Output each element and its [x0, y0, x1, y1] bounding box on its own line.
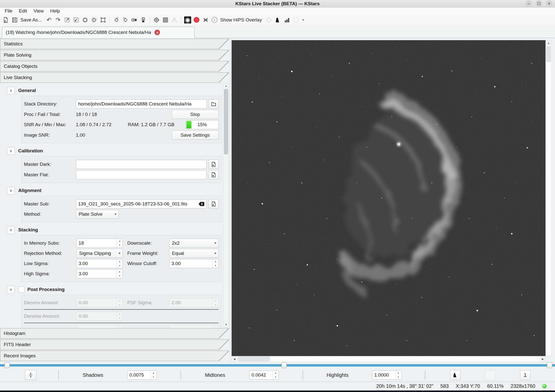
blank-toggle-button[interactable]	[485, 370, 495, 380]
show-hips-overlay-button[interactable]: Show HiPS Overlay	[219, 17, 265, 23]
master-sub-input[interactable]: 139_O21_300_secs_2025-06-18T23-53-06_001…	[76, 199, 207, 208]
zoom-fit-page-button[interactable]	[81, 16, 89, 24]
shadows-spinbox[interactable]: 0.0075 ▲▼	[127, 371, 157, 380]
section-recent-images[interactable]: Recent Images	[0, 351, 230, 361]
spin-up-icon[interactable]: ▲	[117, 270, 123, 274]
fits-image-viewport[interactable]	[232, 40, 546, 356]
open-file-button[interactable]	[1, 16, 10, 24]
selection-stats-button[interactable]	[292, 16, 300, 24]
menu-view[interactable]: View	[30, 7, 47, 14]
flip-horizontal-button[interactable]	[130, 16, 139, 24]
spin-down-icon[interactable]: ▼	[396, 375, 401, 379]
menu-edit[interactable]: Edit	[16, 7, 30, 14]
pan-mode-button[interactable]	[25, 370, 36, 380]
spin-down-icon[interactable]: ▼	[117, 264, 123, 268]
record-button[interactable]	[192, 16, 201, 24]
section-catalog-objects[interactable]: Catalog Objects	[0, 61, 230, 72]
histogram-toolbar-button[interactable]	[274, 16, 282, 24]
scroll-up-icon[interactable]: ▲	[546, 40, 551, 45]
collapse-calibration-button[interactable]: ∨	[7, 147, 15, 155]
master-sub-file-button[interactable]	[209, 199, 219, 208]
clear-text-icon[interactable]	[198, 201, 204, 206]
image-vscroll-thumb[interactable]	[546, 46, 551, 62]
save-button[interactable]	[10, 16, 19, 24]
hips-target-button[interactable]	[265, 16, 273, 24]
in-memory-subs-spinbox[interactable]: 18 ▲▼	[76, 239, 123, 248]
low-sigma-spinbox[interactable]: 3.00 ▲▼	[76, 259, 123, 268]
redo-button[interactable]: ↷	[54, 16, 62, 24]
high-sigma-spinbox[interactable]: 3.00 ▲▼	[76, 269, 123, 278]
scroll-right-icon[interactable]: ▶	[540, 356, 545, 362]
spin-up-icon[interactable]: ▲	[273, 371, 278, 375]
histogram-stretch-button[interactable]	[450, 370, 460, 380]
image-vertical-scrollbar[interactable]: ▲	[546, 40, 552, 356]
minimize-button[interactable]: –	[525, 0, 532, 7]
menu-help[interactable]: Help	[47, 7, 63, 14]
section-histogram[interactable]: Histogram	[0, 328, 230, 339]
collapse-alignment-button[interactable]: ∨	[7, 187, 15, 195]
section-statistics[interactable]: Statistics	[0, 39, 230, 49]
flip-vertical-button[interactable]	[139, 16, 147, 24]
zoom-fit-width-button[interactable]	[90, 16, 98, 24]
scroll-left-icon[interactable]: ◀	[232, 356, 237, 362]
auto-stretch-button[interactable]	[183, 16, 192, 24]
image-horizontal-scrollbar[interactable]: ◀ ▶	[232, 356, 546, 362]
stack-directory-input[interactable]: home/john/Downloads/NGC6888 Crescent Neb…	[76, 99, 207, 108]
grid-button[interactable]	[161, 16, 170, 24]
gaussian-curve-button[interactable]	[170, 16, 179, 24]
frame-weight-combo[interactable]: Equal ▼	[169, 249, 219, 258]
browse-directory-button[interactable]	[209, 99, 219, 108]
mark-stars-button[interactable]	[152, 16, 161, 24]
spin-up-icon[interactable]: ▲	[396, 371, 401, 375]
frames-count-button[interactable]: 1	[520, 370, 531, 380]
info-button[interactable]: i	[210, 16, 219, 24]
menu-file[interactable]: File	[1, 7, 16, 14]
rejection-method-combo[interactable]: Sigma Clipping ▼	[76, 249, 123, 258]
panel-scrollbar[interactable]: ▲ ▼	[223, 83, 229, 327]
master-dark-input[interactable]	[76, 160, 207, 169]
winsor-cutoff-spinbox[interactable]: 3.00 ▲▼	[169, 259, 219, 268]
panel-scrollbar-thumb[interactable]	[224, 89, 228, 154]
tab-close-button[interactable]: ×	[154, 30, 160, 35]
collapse-stacking-button[interactable]: ∨	[7, 226, 15, 234]
save-as-button[interactable]: Save As...	[19, 17, 44, 23]
method-combo[interactable]: Plate Solve ▼	[76, 210, 119, 219]
shadows-slider-handle[interactable]	[4, 362, 10, 368]
collapse-post-processing-button[interactable]: ∨	[7, 286, 15, 294]
section-live-stacking[interactable]: Live Stacking	[0, 72, 230, 83]
stretch-slider-track[interactable]	[0, 364, 555, 367]
save-settings-button[interactable]: Save Settings	[172, 130, 219, 140]
rotate-right-button[interactable]	[112, 16, 121, 24]
star-mask-button[interactable]	[201, 16, 210, 24]
spin-up-icon[interactable]: ▲	[117, 239, 123, 243]
rotate-left-button[interactable]	[121, 16, 130, 24]
midtones-slider-handle[interactable]	[281, 362, 287, 368]
collapse-general-button[interactable]: ∨	[7, 87, 15, 95]
active-tab[interactable]: (18) Watching /home/john/Downloads/NGC68…	[2, 27, 195, 38]
spin-down-icon[interactable]: ▼	[151, 375, 156, 379]
image-hscroll-thumb[interactable]	[238, 357, 270, 361]
master-flat-input[interactable]	[76, 170, 207, 179]
master-dark-file-button[interactable]	[209, 160, 219, 169]
section-plate-solving[interactable]: Plate Solving	[0, 50, 230, 60]
section-fits-header[interactable]: FITS Header	[0, 339, 230, 350]
spin-down-icon[interactable]: ▼	[273, 375, 278, 379]
toolbar-dropdown-button[interactable]: ▾	[301, 18, 305, 22]
zoom-out-button[interactable]	[72, 16, 80, 24]
spin-down-icon[interactable]: ▼	[117, 243, 123, 247]
highlights-slider-handle[interactable]	[547, 362, 552, 368]
stop-button[interactable]: Stop	[172, 110, 219, 119]
spin-up-icon[interactable]: ▲	[151, 371, 156, 375]
spin-down-icon[interactable]: ▼	[117, 274, 123, 278]
stretch-slider[interactable]	[0, 362, 555, 369]
undo-button[interactable]: ↶	[45, 16, 53, 24]
post-processing-checkbox[interactable]	[18, 287, 24, 293]
downscale-combo[interactable]: 2x2 ▼	[169, 239, 219, 248]
scroll-down-icon[interactable]: ▼	[224, 322, 229, 327]
highlights-spinbox[interactable]: 1.0000 ▲▼	[372, 371, 402, 380]
master-flat-file-button[interactable]	[209, 170, 219, 179]
midtones-spinbox[interactable]: 0.0042 ▲▼	[249, 371, 279, 380]
spin-up-icon[interactable]: ▲	[117, 259, 123, 264]
spin-down-icon[interactable]: ▼	[213, 264, 218, 268]
scroll-up-icon[interactable]: ▲	[224, 84, 229, 88]
